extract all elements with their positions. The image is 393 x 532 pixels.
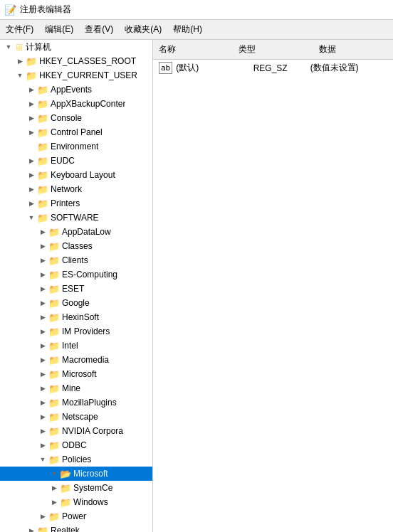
details-header: 名称 类型 数据 [153, 40, 393, 60]
tree-node-macromedia: ▶ 📁 Macromedia [0, 353, 152, 367]
expand-systemce[interactable]: ▶ [48, 482, 60, 494]
tree-row-environment[interactable]: 📁 Environment [0, 139, 152, 154]
folder-icon-computer: 🖥 [14, 42, 23, 53]
tree-row-hexinsoft[interactable]: ▶ 📁 HexinSoft [0, 310, 152, 324]
expand-realtek[interactable]: ▶ [26, 525, 37, 532]
tree-row-hkcr[interactable]: ▶ 📁 HKEY_CLASSES_ROOT [0, 54, 152, 68]
tree-row-realtek[interactable]: ▶ 📁 Realtek [0, 523, 152, 532]
folder-icon-eudc: 📁 [37, 156, 48, 166]
tree-row-eudc[interactable]: ▶ 📁 EUDC [0, 154, 152, 168]
folder-icon-netscape: 📁 [48, 412, 60, 422]
tree-row-macromedia[interactable]: ▶ 📁 Macromedia [0, 353, 152, 367]
tree-row-power[interactable]: ▶ 📁 Power [0, 509, 152, 523]
expand-printers[interactable]: ▶ [26, 198, 37, 209]
menu-view[interactable]: 查看(V) [79, 21, 119, 38]
expand-google[interactable]: ▶ [37, 297, 48, 309]
tree-row-software[interactable]: ▼ 📁 SOFTWARE [0, 211, 152, 225]
expand-escomputing[interactable]: ▶ [37, 269, 48, 280]
menu-edit[interactable]: 编辑(E) [39, 21, 79, 38]
registry-tree[interactable]: ▼ 🖥 计算机 ▶ 📁 HKEY_CLASSES_ROOT ▼ 📁 HKEY_C… [0, 40, 153, 532]
folder-icon-nvidia: 📁 [48, 426, 60, 437]
folder-icon-improviders: 📁 [48, 326, 60, 337]
expand-hkcu[interactable]: ▼ [14, 70, 26, 81]
tree-row-mozillaplugins[interactable]: ▶ 📁 MozillaPlugins [0, 395, 152, 410]
folder-icon-clients: 📁 [48, 255, 60, 266]
tree-row-google[interactable]: ▶ 📁 Google [0, 296, 152, 310]
expand-policies-microsoft[interactable]: ▼ [48, 468, 60, 479]
label-microsoft-sw: Microsoft [62, 369, 97, 379]
expand-nvidia[interactable]: ▶ [37, 425, 48, 437]
expand-clients[interactable]: ▶ [37, 255, 48, 266]
expand-network[interactable]: ▶ [26, 183, 37, 195]
folder-icon-policies: 📁 [48, 454, 60, 465]
expand-hkcr[interactable]: ▶ [14, 55, 26, 67]
expand-appevents[interactable]: ▶ [26, 84, 37, 95]
expand-software[interactable]: ▼ [26, 212, 37, 223]
tree-row-odbc[interactable]: ▶ 📁 ODBC [0, 438, 152, 452]
expand-odbc[interactable]: ▶ [37, 440, 48, 451]
tree-row-policies-microsoft[interactable]: ▼ 📂 Microsoft [0, 467, 152, 481]
tree-row-netscape[interactable]: ▶ 📁 Netscape [0, 410, 152, 424]
menu-favorites[interactable]: 收藏夹(A) [119, 21, 167, 38]
folder-icon-appxbackup: 📁 [37, 99, 48, 110]
expand-controlpanel[interactable]: ▶ [26, 127, 37, 138]
tree-row-windows[interactable]: ▶ 📁 Windows [0, 495, 152, 509]
tree-row-microsoft-sw[interactable]: ▶ 📁 Microsoft [0, 367, 152, 381]
label-netscape: Netscape [62, 412, 98, 422]
expand-windows[interactable]: ▶ [48, 496, 60, 508]
expand-eudc[interactable]: ▶ [26, 155, 37, 166]
expand-console[interactable]: ▶ [26, 112, 37, 124]
expand-mine[interactable]: ▶ [37, 383, 48, 394]
tree-row-intel[interactable]: ▶ 📁 Intel [0, 339, 152, 353]
expand-keyboardlayout[interactable]: ▶ [26, 169, 37, 181]
folder-icon-hkcu: 📁 [26, 70, 37, 81]
tree-row-network[interactable]: ▶ 📁 Network [0, 182, 152, 196]
expand-hexinsoft[interactable]: ▶ [37, 312, 48, 323]
tree-row-controlpanel[interactable]: ▶ 📁 Control Panel [0, 125, 152, 139]
tree-row-console[interactable]: ▶ 📁 Console [0, 111, 152, 125]
label-policies-microsoft: Microsoft [73, 469, 108, 479]
tree-node-mine: ▶ 📁 Mine [0, 381, 152, 395]
tree-row-improviders[interactable]: ▶ 📁 IM Providers [0, 324, 152, 339]
tree-row-printers[interactable]: ▶ 📁 Printers [0, 196, 152, 211]
tree-row-escomputing[interactable]: ▶ 📁 ES-Computing [0, 267, 152, 282]
tree-row-computer[interactable]: ▼ 🖥 计算机 [0, 40, 152, 54]
tree-node-keyboardlayout: ▶ 📁 Keyboard Layout [0, 168, 152, 182]
expand-appdatalow[interactable]: ▶ [37, 226, 48, 238]
folder-icon-software: 📁 [37, 213, 48, 223]
title-bar: 📝 注册表编辑器 [0, 0, 393, 20]
tree-row-keyboardlayout[interactable]: ▶ 📁 Keyboard Layout [0, 168, 152, 182]
expand-improviders[interactable]: ▶ [37, 326, 48, 337]
menu-file[interactable]: 文件(F) [0, 21, 39, 38]
expand-microsoft-sw[interactable]: ▶ [37, 368, 48, 380]
tree-row-clients[interactable]: ▶ 📁 Clients [0, 253, 152, 267]
tree-row-hkcu[interactable]: ▼ 📁 HKEY_CURRENT_USER [0, 68, 152, 83]
tree-row-appevents[interactable]: ▶ 📁 AppEvents [0, 83, 152, 97]
label-eudc: EUDC [51, 156, 75, 166]
label-appxbackup: AppXBackupConter [51, 99, 125, 109]
folder-icon-realtek: 📁 [37, 526, 48, 533]
tree-row-policies[interactable]: ▼ 📁 Policies [0, 452, 152, 467]
details-row-default[interactable]: ab (默认) REG_SZ (数值未设置) [153, 60, 393, 76]
expand-mozillaplugins[interactable]: ▶ [37, 397, 48, 408]
expand-netscape[interactable]: ▶ [37, 411, 48, 422]
tree-row-systemce[interactable]: ▶ 📁 SystemCe [0, 481, 152, 495]
expand-classes[interactable]: ▶ [37, 240, 48, 252]
tree-row-classes[interactable]: ▶ 📁 Classes [0, 239, 152, 253]
expand-intel[interactable]: ▶ [37, 340, 48, 351]
tree-row-nvidia[interactable]: ▶ 📁 NVIDIA Corpora [0, 424, 152, 438]
label-computer: 计算机 [26, 41, 51, 53]
tree-row-eset[interactable]: ▶ 📁 ESET [0, 282, 152, 296]
expand-computer[interactable]: ▼ [3, 41, 14, 53]
expand-macromedia[interactable]: ▶ [37, 354, 48, 366]
tree-node-appxbackup: ▶ 📁 AppXBackupConter [0, 97, 152, 111]
tree-row-appdatalow[interactable]: ▶ 📁 AppDataLow [0, 225, 152, 239]
menu-help[interactable]: 帮助(H) [167, 21, 208, 38]
expand-power[interactable]: ▶ [37, 511, 48, 522]
tree-node-environment: 📁 Environment [0, 139, 152, 154]
tree-row-appxbackup[interactable]: ▶ 📁 AppXBackupConter [0, 97, 152, 111]
tree-row-mine[interactable]: ▶ 📁 Mine [0, 381, 152, 395]
expand-appxbackup[interactable]: ▶ [26, 98, 37, 110]
expand-eset[interactable]: ▶ [37, 283, 48, 294]
expand-policies[interactable]: ▼ [37, 454, 48, 465]
